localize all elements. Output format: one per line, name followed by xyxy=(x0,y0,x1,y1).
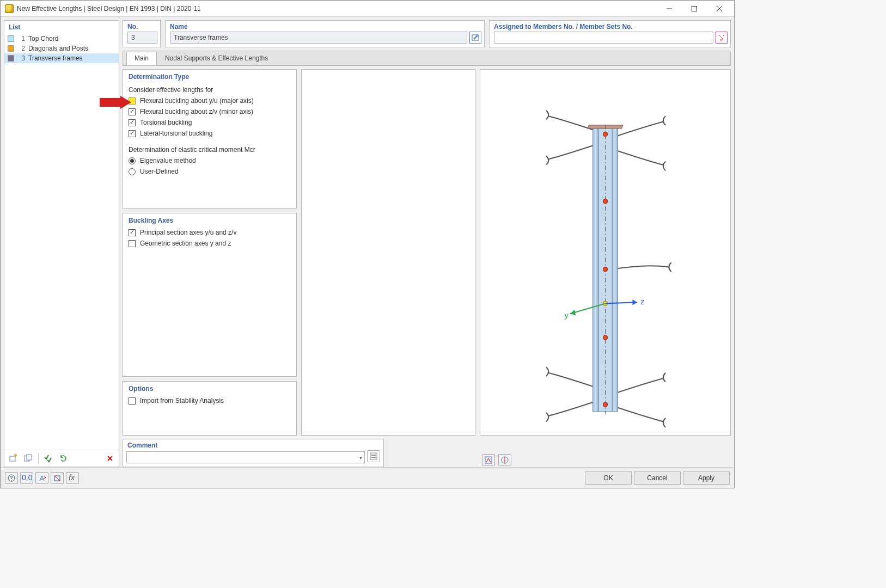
svg-point-16 xyxy=(603,267,607,272)
tool-a-button[interactable] xyxy=(35,472,48,484)
svg-marker-23 xyxy=(633,299,637,305)
list-item[interactable]: 3 Transverse frames xyxy=(4,53,119,63)
list-item[interactable]: 1 Top Chord xyxy=(4,34,119,44)
list-header: List xyxy=(4,21,119,34)
new-item-button[interactable] xyxy=(7,452,20,464)
options-panel: Options Import from Stability Analysis xyxy=(123,381,297,436)
consider-subhead: Consider effective lengths for xyxy=(129,86,291,94)
svg-rect-24 xyxy=(370,453,377,460)
ok-button[interactable]: OK xyxy=(585,471,632,485)
name-value[interactable]: Transverse frames xyxy=(170,32,467,44)
no-field-group: No. 3 xyxy=(123,20,161,47)
check-geometric-axes[interactable]: Geometric section axes y and z xyxy=(129,240,291,247)
buckling-axes-title: Buckling Axes xyxy=(123,213,296,226)
copy-item-button[interactable] xyxy=(22,452,35,464)
apply-button[interactable]: Apply xyxy=(683,471,730,485)
svg-rect-26 xyxy=(371,457,376,458)
svg-text:fx: fx xyxy=(69,474,75,482)
radio-eigenvalue[interactable]: Eigenvalue method xyxy=(129,157,291,164)
tab-main[interactable]: Main xyxy=(126,52,157,65)
svg-rect-25 xyxy=(371,455,376,456)
structure-preview-svg: y z xyxy=(480,70,730,435)
axis-y-label: y xyxy=(564,311,569,320)
refresh-button[interactable] xyxy=(57,452,70,464)
check-label: Import from Stability Analysis xyxy=(140,397,224,405)
checkbox-icon[interactable] xyxy=(129,397,136,405)
check-label: Geometric section axes y and z xyxy=(140,240,231,247)
edit-name-button[interactable] xyxy=(469,32,481,44)
swatch-icon xyxy=(8,55,14,62)
check-label: Lateral-torsional buckling xyxy=(140,130,212,137)
determination-type-panel: Determination Type Consider effective le… xyxy=(123,69,297,209)
list-item-label: Diagonals and Posts xyxy=(28,45,88,52)
svg-point-17 xyxy=(603,335,607,340)
checkbox-icon[interactable] xyxy=(129,130,136,137)
comment-panel: Comment ▾ xyxy=(123,439,384,467)
checkbox-icon[interactable] xyxy=(129,240,136,247)
check-lateral-torsional[interactable]: Lateral-torsional buckling xyxy=(129,130,291,137)
assigned-field-group: Assigned to Members No. / Member Sets No… xyxy=(489,20,731,47)
svg-marker-35 xyxy=(100,96,131,109)
footer-toolbar: 0,00 fx OK Cancel Apply xyxy=(1,467,734,488)
svg-rect-10 xyxy=(612,127,618,412)
window-title: New Effective Lengths | Steel Design | E… xyxy=(17,5,657,13)
check-all-button[interactable] xyxy=(42,452,55,464)
svg-point-14 xyxy=(603,132,607,136)
maximize-button[interactable] xyxy=(682,1,707,16)
cancel-button[interactable]: Cancel xyxy=(634,471,681,485)
help-button[interactable] xyxy=(5,472,18,484)
close-button[interactable] xyxy=(707,1,732,16)
svg-point-18 xyxy=(603,402,607,407)
check-principal-axes[interactable]: Principal section axes y/u and z/v xyxy=(129,229,291,236)
name-field-group: Name Transverse frames xyxy=(165,20,485,47)
list-toolbar: ✕ xyxy=(4,450,119,467)
svg-text:0,00: 0,00 xyxy=(22,474,32,482)
checkbox-icon[interactable] xyxy=(129,119,136,126)
minimize-button[interactable] xyxy=(657,1,682,16)
check-import-stability[interactable]: Import from Stability Analysis xyxy=(129,397,291,405)
check-label: Torsional buckling xyxy=(140,119,192,126)
titlebar: New Effective Lengths | Steel Design | E… xyxy=(1,1,734,17)
list-pane: List 1 Top Chord 2 Diagonals and Posts xyxy=(4,20,119,467)
assigned-label: Assigned to Members No. / Member Sets No… xyxy=(490,21,730,32)
preview-mode-2-button[interactable] xyxy=(498,454,511,466)
radio-icon[interactable] xyxy=(129,157,136,164)
checkbox-icon[interactable] xyxy=(129,229,136,236)
svg-rect-1 xyxy=(692,6,697,11)
radio-label: User-Defined xyxy=(140,168,179,175)
check-label: Flexural buckling about y/u (major axis) xyxy=(140,97,254,105)
pick-members-button[interactable] xyxy=(716,32,728,44)
check-flexural-major[interactable]: Flexural buckling about y/u (major axis) xyxy=(129,97,291,105)
options-title: Options xyxy=(123,382,296,395)
tab-strip: Main Nodal Supports & Effective Lengths xyxy=(123,51,731,66)
check-torsional[interactable]: Torsional buckling xyxy=(129,119,291,126)
preview-viewport[interactable]: y z xyxy=(480,69,731,436)
list-item-number: 2 xyxy=(17,45,25,52)
radio-user-defined[interactable]: User-Defined xyxy=(129,168,291,175)
name-label: Name xyxy=(166,21,484,32)
comment-pick-button[interactable] xyxy=(367,450,380,462)
determination-title: Determination Type xyxy=(123,70,296,83)
comment-combo[interactable]: ▾ xyxy=(126,451,365,463)
delete-button[interactable]: ✕ xyxy=(103,452,117,464)
list-item-number: 1 xyxy=(17,35,25,42)
svg-rect-6 xyxy=(27,455,32,460)
no-value[interactable]: 3 xyxy=(127,32,157,44)
function-button[interactable]: fx xyxy=(66,472,79,484)
assigned-value[interactable] xyxy=(494,32,713,44)
check-label: Principal section axes y/u and z/v xyxy=(140,229,236,236)
list-item[interactable]: 2 Diagonals and Posts xyxy=(4,44,119,53)
tab-nodal-supports[interactable]: Nodal Supports & Effective Lengths xyxy=(157,52,276,65)
units-button[interactable]: 0,00 xyxy=(20,472,33,484)
mcr-subhead: Determination of elastic critical moment… xyxy=(129,146,291,154)
app-icon xyxy=(5,4,14,13)
list-item-label: Transverse frames xyxy=(28,54,83,62)
list-item-number: 3 xyxy=(17,54,25,62)
svg-rect-27 xyxy=(485,457,492,463)
radio-icon[interactable] xyxy=(129,168,136,175)
preview-mode-1-button[interactable] xyxy=(482,454,495,466)
comment-label: Comment xyxy=(126,439,380,450)
svg-point-8 xyxy=(723,35,724,36)
check-flexural-minor[interactable]: Flexural buckling about z/v (minor axis) xyxy=(129,108,291,115)
tool-b-button[interactable] xyxy=(51,472,64,484)
